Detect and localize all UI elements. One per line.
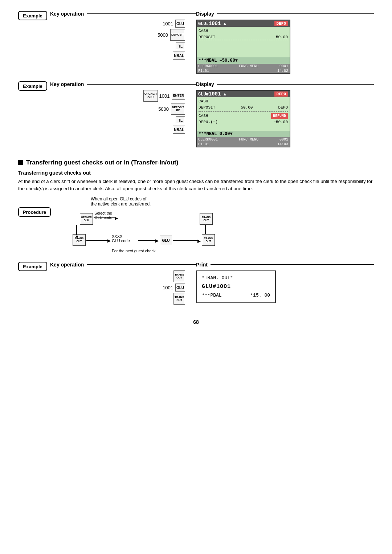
example2-badge: Example bbox=[18, 81, 47, 91]
procedure-content: When all open GLU codes of the active cl… bbox=[58, 196, 374, 253]
proc-note-bottom: For the next guest check bbox=[112, 249, 155, 253]
example3-right: Print *TRAN. OUT* GLU#1OO1 ***PBAL *15. … bbox=[196, 262, 374, 303]
section-square-icon bbox=[18, 160, 23, 165]
example2-key-opener[interactable]: OPENERGLU bbox=[143, 90, 158, 102]
example1-clerk: CLERK0001 bbox=[198, 64, 218, 68]
example1-nbal: ***NBAL −50.00▼ bbox=[197, 57, 290, 64]
example3-key-trans-out2[interactable]: TRANSOUT bbox=[173, 293, 185, 305]
example2-row-cash1: CASH bbox=[199, 98, 288, 105]
diag-arrowhead-down: ▼ bbox=[75, 234, 79, 239]
example2-key-row2: 5000 DEPOSITRF bbox=[158, 103, 185, 115]
example3-keyop-rule bbox=[87, 264, 196, 265]
example1-row-cash: CASH bbox=[199, 28, 288, 34]
example3-print-label: Print bbox=[196, 262, 208, 268]
diag-arrow3 bbox=[138, 240, 156, 241]
example3-print-rule bbox=[211, 264, 374, 265]
diag-transout1-box[interactable]: TRANSOUT bbox=[200, 213, 213, 225]
example1-row: Example Key operation 1001 GLU 5000 DEPO… bbox=[18, 11, 374, 74]
example3-key-glu[interactable]: GLU bbox=[175, 284, 185, 292]
example1-keyop-rule bbox=[87, 13, 196, 14]
example2-row: Example Key operation OPENERGLU 1001 ENT… bbox=[18, 81, 374, 147]
example2-display-rule bbox=[217, 84, 374, 85]
example2-depo-inline: DEPO bbox=[278, 105, 288, 111]
example2-key-enter[interactable]: ENTER bbox=[172, 92, 185, 100]
example2-display-label: Display bbox=[196, 81, 214, 87]
diag-xxxx-label: XXXXGLU code bbox=[112, 234, 130, 243]
example2-key-row0: OPENERGLU 1001 ENTER bbox=[143, 90, 185, 102]
example2-separator bbox=[199, 111, 288, 112]
example1-key-tl[interactable]: TL bbox=[176, 42, 185, 50]
example2-keyop-label: Key operation bbox=[50, 81, 84, 87]
example2-right: Display GLU#1001 ▲ DEPO CASH DEPOSIT 50.… bbox=[196, 81, 374, 147]
example2-deposit-value: 50.00 bbox=[241, 105, 253, 111]
example2-func: FUNC MENU bbox=[239, 138, 258, 142]
example2-key-row3: TL bbox=[176, 116, 185, 124]
example1-empty2 bbox=[199, 46, 288, 51]
example3-key-row1: TRANSOUT bbox=[173, 270, 185, 282]
example1-badge: Example bbox=[18, 11, 47, 20]
example1-key-deposit[interactable]: DEPOSIT bbox=[170, 29, 185, 41]
print-line1: *TRAN. OUT* bbox=[202, 274, 270, 282]
example1-num: 0001 bbox=[279, 64, 288, 68]
diag-vert-line2 bbox=[205, 225, 206, 234]
example2-key-nbal[interactable]: NBAL bbox=[173, 126, 185, 134]
example3-print: Print *TRAN. OUT* GLU#1OO1 ***PBAL *15. … bbox=[196, 262, 374, 303]
example1-status: CLERK0001 FUNC MENU 0001 bbox=[197, 64, 290, 69]
example2-depo-btn: DEPO bbox=[274, 91, 288, 97]
diag-vert-line1 bbox=[76, 225, 77, 235]
example2-key-op: Key operation OPENERGLU 1001 ENTER 5000 … bbox=[50, 81, 196, 134]
diag-glu-box[interactable]: GLU bbox=[160, 236, 172, 245]
example2-display-header: Display bbox=[196, 81, 374, 87]
example2-screen-header: GLU#1001 ▲ DEPO bbox=[197, 91, 290, 97]
diag-arrowhead3: ▶ bbox=[155, 238, 159, 243]
diag-opener-box[interactable]: OPENERGLU bbox=[80, 213, 93, 225]
example1-num2: 5000 bbox=[158, 32, 168, 38]
example1-display-label: Display bbox=[196, 11, 214, 17]
diag-arrow4 bbox=[173, 240, 198, 241]
example3-num1: 1001 bbox=[163, 285, 173, 290]
example2-row-deposit: DEPOSIT 50.00 DEPO bbox=[199, 105, 288, 111]
example1-cash-label: CASH bbox=[199, 28, 208, 34]
example1-keyop-label: Key operation bbox=[50, 11, 84, 17]
example1-screen-header: GLU#1001 ▲ DEPO bbox=[197, 20, 290, 27]
example2-screen: GLU#1001 ▲ DEPO CASH DEPOSIT 50.00 DEPO … bbox=[196, 90, 290, 147]
example3-key-row3: TRANSOUT bbox=[173, 293, 185, 305]
example1-key-row4: NBAL bbox=[173, 52, 185, 60]
example2-time: 14:03 bbox=[277, 142, 288, 146]
example1-display: Display GLU#1001 ▲ DEPO CASH DEPOSIT 50.… bbox=[196, 11, 374, 74]
example2-key-tl[interactable]: TL bbox=[176, 116, 185, 124]
example3-row: Example Key operation TRANSOUT 1001 GLU … bbox=[18, 262, 374, 305]
example3-keyop-header: Key operation bbox=[50, 262, 196, 268]
example2-status2: P1L01 14:03 bbox=[197, 142, 290, 147]
example1-key-nbal[interactable]: NBAL bbox=[173, 52, 185, 60]
sub-title: Transferring guest checks out bbox=[18, 170, 374, 176]
example2-nbal: ***NBAL 0.00▼ bbox=[197, 131, 290, 137]
example3-keyop-label: Key operation bbox=[50, 262, 84, 268]
example2-clerk: CLERK0001 bbox=[198, 138, 218, 142]
example2-key-deposit-rf[interactable]: DEPOSITRF bbox=[171, 103, 185, 115]
example2-row-depu: DEPU.(−) −50.00 bbox=[199, 119, 288, 125]
diag-transout2-box[interactable]: TRANSOUT bbox=[202, 234, 215, 246]
example3-key-trans-out1[interactable]: TRANSOUT bbox=[173, 270, 185, 282]
example3-keys: TRANSOUT 1001 GLU TRANSOUT bbox=[50, 270, 196, 305]
print-line3-row: ***PBAL *15. 00 bbox=[202, 292, 270, 300]
print-line2: GLU#1OO1 bbox=[202, 282, 270, 292]
example1-time: 14:02 bbox=[277, 69, 288, 73]
example3-key-row2: 1001 GLU bbox=[163, 284, 185, 292]
example1-deposit-value: 50.00 bbox=[276, 34, 288, 40]
procedure-diagram: OPENERGLU ▶ Select the GLU code TRANSOUT… bbox=[58, 209, 232, 253]
example1-screen: GLU#1001 ▲ DEPO CASH DEPOSIT 50.00 bbox=[196, 20, 290, 74]
example1-status2: P1L01 14:02 bbox=[197, 69, 290, 73]
example1-empty3 bbox=[199, 51, 288, 56]
diag-arrowhead2: ▶ bbox=[107, 238, 111, 243]
example2-depu-label: DEPU.(−) bbox=[199, 119, 218, 125]
example2-row-cash2: CASH REFUND bbox=[199, 113, 288, 119]
diag-arrowhead1: ▶ bbox=[115, 216, 118, 221]
example2-keyop-rule bbox=[87, 84, 196, 85]
example2-screen-body: CASH DEPOSIT 50.00 DEPO CASH REFUND DEPU… bbox=[197, 97, 290, 131]
example1-key-row1: 1001 GLU bbox=[163, 20, 185, 28]
example1-key-glu[interactable]: GLU bbox=[175, 20, 185, 28]
example1-key-op: Key operation 1001 GLU 5000 DEPOSIT TL N… bbox=[50, 11, 196, 60]
example2-refund-btn: REFUND bbox=[271, 113, 288, 119]
example1-display-header: Display bbox=[196, 11, 374, 17]
